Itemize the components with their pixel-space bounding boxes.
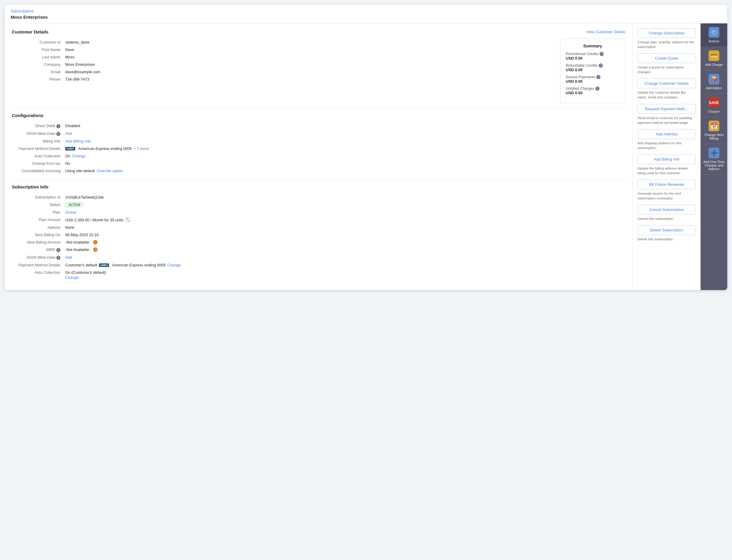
breadcrumb-link[interactable]: Subscriptions (11, 9, 34, 13)
billing-info-link[interactable]: Add Billing Info (65, 137, 625, 145)
subscription-status-label: Status (12, 201, 65, 209)
plan-value[interactable]: Global (65, 209, 625, 216)
email-value: dave@example.com (65, 68, 554, 76)
payment-method-text: American Express ending 0005 (78, 146, 132, 151)
consolidated-override-link[interactable]: Override option (97, 169, 123, 173)
sidebar-action-add-one-time[interactable]: ➕ Add One-Time Charges and Addons (701, 144, 727, 175)
email-label: Email (12, 68, 65, 76)
next-billing-value: 06-May-2023 22:16 (65, 231, 625, 239)
next-billing-amount-label: Next Billing Amount (12, 239, 65, 246)
sub-payment-method-row: Payment Method Details Customer's defaul… (12, 261, 625, 269)
customer-details-title: Customer Details (12, 29, 48, 34)
auto-collection-change-link[interactable]: Change (72, 154, 86, 158)
sub-payment-prefix: Customer's default (65, 263, 97, 267)
excess-payments-value: USD 0.00 (566, 79, 620, 84)
addons-label: Addons (12, 224, 65, 231)
delete-subscription-button[interactable]: Delete Subscription (637, 225, 696, 235)
exempt-tax-value: No (65, 160, 625, 167)
addons-value: None (65, 224, 625, 231)
payment-method-more-link[interactable]: + 1 more (134, 146, 149, 151)
sub-json-meta-help-icon[interactable]: ? (56, 256, 60, 260)
billing-info-label: Billing Info (12, 137, 65, 145)
plan-amount-row: Plan Amount USD 2,350.00 / Month for 35 … (12, 216, 625, 224)
page-title: Moss Enterprises (5, 15, 727, 23)
sub-json-meta-label: JSON Meta Data ? (12, 254, 65, 261)
sidebar-action-add-addon[interactable]: 📦 Add Addon (701, 70, 727, 94)
configurations-table: Direct Debit ? Disabled JSON Meta Data ?… (12, 122, 625, 175)
change-customer-details-button[interactable]: Change Customer Details (637, 79, 696, 88)
gear-icon: ⚙️ (709, 27, 719, 38)
refundable-credits-help-icon[interactable]: ? (599, 63, 603, 68)
firstname-row: First Name Dave (12, 46, 554, 53)
sub-json-meta-link[interactable]: Add (65, 254, 625, 261)
direct-debit-help-icon[interactable]: ? (56, 124, 60, 128)
mrr-warn-icon[interactable]: ! (93, 247, 98, 252)
json-meta-link[interactable]: Add (65, 130, 625, 137)
addons2-icon: ➕ (709, 148, 719, 158)
next-billing-label: Next Billing On (12, 231, 65, 239)
add-billing-info-button[interactable]: Add Billing Info (637, 154, 696, 164)
sub-auto-collection-change-link[interactable]: Change (65, 275, 623, 280)
json-meta-label: JSON Meta Data ? (12, 130, 65, 137)
sidebar-action-add-charge-label: Add Charge (705, 63, 723, 66)
customer-id-value: cbdemo_dave (65, 39, 554, 46)
mrr-help-icon[interactable]: ? (56, 248, 60, 252)
excess-payments-label: Excess Payments (566, 75, 595, 79)
promotional-credits-value: USD 0.00 (566, 56, 620, 60)
auto-collection-row: Auto Collection On Change (12, 152, 625, 160)
unbilled-charges-help-icon[interactable]: ? (595, 87, 600, 91)
create-quote-button[interactable]: Create Quote (637, 53, 696, 63)
add-address-button[interactable]: Add Address (637, 129, 696, 139)
bill-future-renewals-desc: Generate invoice for the next subscripti… (637, 191, 696, 201)
customer-details-section-header: Customer Details View Customer Details (12, 29, 625, 34)
sidebar-action-actions[interactable]: ⚙️ Actions (701, 23, 727, 47)
lastname-row: Last Name Moss (12, 53, 554, 61)
status-badge: ACTIVE (65, 202, 84, 207)
json-meta-help-icon[interactable]: ? (56, 132, 60, 136)
sidebar-action-coupon[interactable]: SAVE Coupon (701, 94, 727, 117)
sub-payment-change-link[interactable]: Change (167, 263, 181, 267)
customer-id-row: Customer Id cbdemo_dave (12, 39, 554, 46)
coupon-icon: SAVE (709, 97, 719, 108)
change-subscription-desc: Change plan, quantity, addons for the su… (637, 40, 696, 49)
company-row: Company Moss Enterprises (12, 61, 554, 68)
payment-method-row: Payment Method Details AMEX American Exp… (12, 145, 625, 152)
lastname-value: Moss (65, 53, 554, 61)
plan-amount-value: USD 2,350.00 / Month for 35 units ✏️ (65, 216, 625, 224)
excess-payments-help-icon[interactable]: ? (596, 75, 600, 79)
add-address-desc: Add shipping address for this subscripti… (637, 141, 696, 150)
sub-payment-method-value: Customer's default AMEX American Express… (65, 261, 625, 269)
addon-icon: 📦 (709, 74, 719, 84)
customer-id-label: Customer Id (12, 39, 65, 46)
request-payment-desc: Send email to customer for updating paym… (637, 116, 696, 125)
cancel-subscription-button[interactable]: Cancel Subscription (637, 205, 696, 215)
subscription-info-table: Subscription Id 1mGj8LkTaiSewq12ab Statu… (12, 193, 625, 281)
change-customer-details-desc: Update the customer details like name, e… (637, 90, 696, 100)
lastname-label: Last Name (12, 53, 65, 61)
next-billing-row: Next Billing On 06-May-2023 22:16 (12, 231, 625, 239)
plan-amount-label: Plan Amount (12, 216, 65, 224)
edit-plan-amount-icon[interactable]: ✏️ (125, 217, 130, 222)
sidebar-action-add-one-time-label: Add One-Time Charges and Addons (702, 160, 725, 171)
bill-future-renewals-button[interactable]: Bill Future Renewals (637, 180, 696, 189)
consolidated-row: Consolidated Invoicing Using site defaul… (12, 167, 625, 175)
refundable-credits-label: Refundable Credits (566, 63, 597, 68)
request-payment-button[interactable]: Request Payment Meth... (637, 104, 696, 114)
next-billing-amount-row: Next Billing Amount -Not Available- ! (12, 239, 625, 246)
unbilled-charges-label: Unbilled Charges (566, 87, 594, 91)
sub-auto-collection-label: Auto Collection (12, 269, 65, 281)
promotional-credits-help-icon[interactable]: ? (600, 52, 604, 56)
direct-debit-value: Disabled (65, 122, 625, 130)
view-customer-details-link[interactable]: View Customer Details (586, 30, 625, 34)
sidebar-action-add-charge[interactable]: 💳 Add Charge (701, 47, 727, 70)
change-subscription-button[interactable]: Change Subscription (637, 28, 696, 38)
refundable-credits-row: Refundable Credits ? USD 0.00 (566, 63, 620, 72)
create-quote-desc: Create a quote for subscription changes. (637, 65, 696, 74)
sidebar-action-change-next-billing-label: Change Next Billing (702, 133, 725, 140)
firstname-value: Dave (65, 46, 554, 53)
sidebar-action-coupon-label: Coupon (708, 110, 720, 113)
sidebar-action-change-next-billing[interactable]: 📅 Change Next Billing (701, 117, 727, 144)
mrr-row: MRR ? -Not Available- ! (12, 246, 625, 254)
excess-payments-row: Excess Payments ? USD 0.00 (566, 75, 620, 84)
next-billing-warn-icon[interactable]: ! (93, 240, 98, 244)
